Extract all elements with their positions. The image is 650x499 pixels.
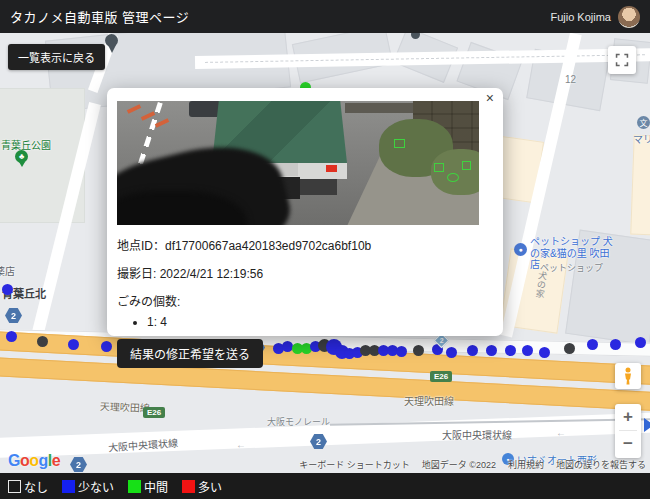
data-point-marker[interactable] xyxy=(610,339,621,350)
fullscreen-icon xyxy=(615,53,629,67)
detection-box xyxy=(462,161,471,170)
garbage-count-list: 1: 4 xyxy=(147,315,493,329)
map-arrow xyxy=(644,418,650,432)
zoom-in-button[interactable]: + xyxy=(615,404,641,430)
data-point-marker[interactable] xyxy=(2,284,13,295)
detection-box xyxy=(434,163,444,172)
park-icon-tip xyxy=(19,162,25,167)
garbage-count-item: 1: 4 xyxy=(147,315,493,329)
shoot-date-line: 撮影日: 2022/4/21 12:19:56 xyxy=(117,264,493,281)
highway-label: 天理吹田線 xyxy=(404,393,454,408)
data-point-marker[interactable] xyxy=(539,347,550,358)
data-point-marker[interactable] xyxy=(6,331,17,342)
legend-swatch xyxy=(128,480,141,493)
point-id-line: 地点ID：df17700667aa420183ed9702ca6bf10b xyxy=(117,236,493,253)
pegman-button[interactable] xyxy=(615,363,641,389)
avatar[interactable] xyxy=(618,6,640,28)
map-pin-icon[interactable] xyxy=(105,34,118,53)
photo-curb-mark xyxy=(127,104,141,114)
map-pin-head xyxy=(411,33,420,39)
user-menu[interactable]: Fujio Kojima xyxy=(550,6,640,28)
request-correction-button[interactable]: 結果の修正希望を送る xyxy=(117,339,263,368)
legend-swatch xyxy=(182,480,195,493)
park-label: 青葉丘公園 xyxy=(1,137,51,152)
road-centerline xyxy=(205,54,645,63)
route-badge: 2 xyxy=(70,457,87,472)
legend-swatch xyxy=(62,480,75,493)
shoot-date-value: 2022/4/21 12:19:56 xyxy=(160,267,263,281)
legend-label: なし xyxy=(24,478,48,495)
terms-link[interactable]: 利用規約 xyxy=(508,458,544,471)
zoom-out-button[interactable]: − xyxy=(615,431,641,457)
detection-box xyxy=(394,139,405,148)
map-pin-icon[interactable] xyxy=(411,33,420,39)
shop-label: 薬店 xyxy=(0,263,15,278)
data-point-marker[interactable] xyxy=(635,337,646,348)
page-title: タカノメ自動車版 管理ページ xyxy=(10,7,189,26)
report-error-link[interactable]: 地図の誤りを報告する xyxy=(556,458,646,471)
legend: なし少ない中間多い xyxy=(0,473,650,499)
expressway-badge: E26 xyxy=(430,371,452,382)
data-point-marker[interactable] xyxy=(587,339,598,350)
data-point-marker[interactable] xyxy=(522,345,533,356)
app: 青葉丘公園 ♣ 薬店 青葉丘北 12 文 マリー ● ペットショップ 犬の家&猫… xyxy=(0,0,650,499)
map-attribution: キーボード ショートカット 地図データ ©2022 利用規約 地図の誤りを報告す… xyxy=(299,458,646,471)
school-label: マリー xyxy=(633,131,650,146)
dashcam-photo xyxy=(117,101,479,225)
data-point-marker[interactable] xyxy=(564,343,575,354)
garbage-count-label: ごみの個数: xyxy=(117,292,493,309)
close-icon[interactable]: × xyxy=(486,90,494,106)
legend-swatch xyxy=(8,480,21,493)
detection-box xyxy=(447,173,459,182)
legend-label: 少ない xyxy=(78,478,114,495)
header: タカノメ自動車版 管理ページ Fujio Kojima xyxy=(0,0,650,33)
expressway-badge: E26 xyxy=(143,407,165,418)
data-point-marker[interactable] xyxy=(68,339,79,350)
zoom-control: + − xyxy=(615,404,641,458)
google-logo[interactable]: Google xyxy=(8,452,60,470)
data-point-marker[interactable] xyxy=(505,345,516,356)
pet-shop-icon[interactable]: ● xyxy=(514,243,527,256)
fullscreen-button[interactable] xyxy=(608,46,636,74)
shoot-date-label: 撮影日: xyxy=(117,267,156,281)
house-number: 12 xyxy=(565,74,576,85)
map-pin-tip xyxy=(108,45,116,53)
direction-arrow: ← xyxy=(236,439,246,450)
legend-label: 中間 xyxy=(144,478,168,495)
school-icon[interactable]: 文 xyxy=(637,116,650,129)
pegman-icon xyxy=(622,367,634,385)
point-id-label: 地点ID： xyxy=(117,239,165,253)
point-id-value: df17700667aa420183ed9702ca6bf10b xyxy=(165,239,371,253)
direction-arrow: ← xyxy=(556,427,566,438)
legend-item: なし xyxy=(8,478,48,495)
route-badge: 2 xyxy=(5,308,22,323)
monorail-label: 大阪モノレール xyxy=(267,415,330,428)
keyboard-shortcuts-link[interactable]: キーボード ショートカット xyxy=(299,458,410,471)
legend-item: 多い xyxy=(182,478,222,495)
detail-modal: × xyxy=(107,88,503,336)
photo-truck-taillight xyxy=(326,165,337,172)
building xyxy=(630,135,650,236)
data-point-marker[interactable] xyxy=(101,341,112,352)
photo-bush xyxy=(431,149,479,195)
data-point-marker[interactable] xyxy=(37,336,48,347)
user-name: Fujio Kojima xyxy=(550,11,611,23)
back-to-list-button[interactable]: 一覧表示に戻る xyxy=(8,44,105,70)
ring-road-label: 大阪中央環状線 xyxy=(442,427,512,442)
map-data-text: 地図データ ©2022 xyxy=(422,458,496,471)
legend-item: 中間 xyxy=(128,478,168,495)
legend-label: 多い xyxy=(198,478,222,495)
legend-item: 少ない xyxy=(62,478,114,495)
